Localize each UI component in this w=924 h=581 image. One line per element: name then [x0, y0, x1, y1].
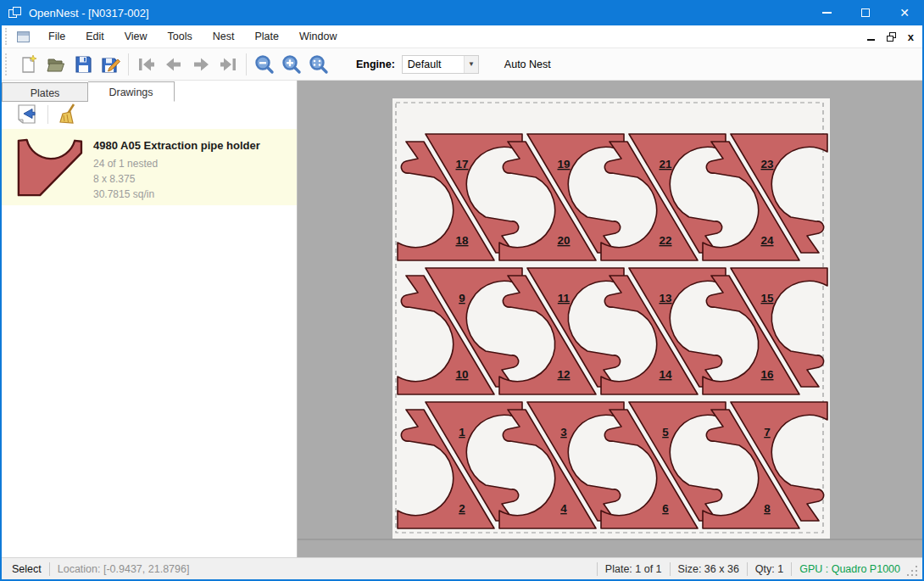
zoom-in-button[interactable] [278, 51, 305, 78]
tab-drawings[interactable]: Drawings [88, 81, 175, 102]
chevron-down-icon: ▼ [464, 56, 478, 73]
go-first-button[interactable] [133, 51, 160, 78]
go-previous-icon [163, 54, 185, 75]
part-thumbnail [8, 134, 86, 200]
go-previous-button[interactable] [160, 51, 187, 78]
zoom-out-icon [253, 53, 276, 75]
status-separator [791, 562, 792, 576]
part-number-label: 7 [764, 426, 771, 439]
part-number-label: 5 [662, 426, 669, 439]
title-bar: OpenNest - [N0317-002] ✕ [0, 0, 924, 25]
part-area: 30.7815 sq/in [93, 187, 260, 202]
go-next-button[interactable] [187, 51, 214, 78]
go-first-icon [136, 54, 158, 75]
part-number-label: 20 [557, 234, 570, 247]
status-separator [747, 562, 748, 576]
menu-item-tools[interactable]: Tools [158, 26, 203, 47]
go-last-icon [217, 54, 239, 75]
nest-canvas[interactable]: 171819202122232491011121314151612345678 [298, 81, 922, 557]
part-number-label: 21 [659, 158, 672, 170]
part-number-label: 18 [455, 234, 469, 247]
status-gpu: GPU : Quadro P1000 [799, 563, 900, 575]
save-as-icon [100, 54, 120, 75]
part-number-label: 24 [760, 234, 774, 247]
part-number-label: 6 [662, 502, 669, 515]
engine-label: Engine: [356, 59, 395, 70]
resize-grip[interactable] [907, 566, 919, 578]
mdi-restore-icon[interactable] [887, 32, 896, 42]
part-title: 4980 A05 Extraction pipe holder [93, 139, 260, 152]
engine-combobox[interactable]: Default ▼ [402, 55, 479, 74]
menu-item-edit[interactable]: Edit [75, 26, 114, 47]
save-button[interactable] [70, 51, 97, 78]
panel-toolbar-separator [47, 105, 48, 124]
mdi-close-icon[interactable]: x [908, 32, 914, 42]
toolbar-separator [128, 53, 129, 75]
part-number-label: 23 [760, 158, 774, 170]
status-plate: Plate: 1 of 1 [605, 563, 662, 575]
go-last-button[interactable] [214, 51, 242, 78]
part-number-label: 15 [760, 292, 774, 304]
clear-drawings-button[interactable] [55, 101, 82, 128]
toolbar-grip [5, 53, 10, 75]
open-file-icon [46, 54, 66, 75]
mdi-minimize-icon[interactable] [867, 39, 875, 41]
zoom-in-icon [281, 53, 303, 75]
tab-plates[interactable]: Plates [2, 82, 88, 102]
auto-nest-button[interactable]: Auto Nest [498, 54, 558, 75]
left-panel: Plates Drawings [2, 81, 298, 557]
part-number-label: 13 [659, 292, 672, 304]
part-number-label: 3 [560, 426, 567, 439]
part-size: 8 x 8.375 [93, 171, 260, 187]
part-number-label: 19 [557, 158, 570, 170]
drawings-toolbar [2, 102, 297, 127]
status-separator [670, 562, 671, 576]
new-file-icon [19, 54, 39, 75]
menu-item-view[interactable]: View [114, 26, 158, 47]
part-number-label: 17 [455, 158, 468, 170]
part-number-label: 16 [760, 368, 774, 381]
assign-drawing-button[interactable] [14, 101, 41, 128]
zoom-out-button[interactable] [251, 51, 278, 78]
maximize-button[interactable] [846, 0, 885, 25]
status-mode: Select [12, 563, 42, 575]
save-as-button[interactable] [97, 51, 124, 78]
menu-item-file[interactable]: File [38, 26, 75, 47]
engine-combobox-value: Default [403, 56, 464, 73]
minimize-button[interactable] [807, 0, 846, 25]
part-number-label: 10 [455, 368, 468, 381]
menu-item-nest[interactable]: Nest [203, 26, 245, 47]
part-number-label: 9 [459, 292, 465, 304]
save-icon [73, 54, 93, 75]
menu-grip [5, 28, 10, 45]
status-size: Size: 36 x 36 [678, 563, 739, 575]
status-separator [597, 562, 598, 576]
close-button[interactable]: ✕ [885, 0, 924, 25]
app-window: OpenNest - [N0317-002] ✕ FileEditViewToo… [0, 0, 924, 581]
window-title: OpenNest - [N0317-002] [29, 7, 149, 20]
part-nested-count: 24 of 1 nested [93, 156, 260, 171]
part-number-label: 11 [558, 292, 571, 304]
drawing-list-item[interactable]: 4980 A05 Extraction pipe holder 24 of 1 … [2, 129, 297, 205]
open-file-button[interactable] [42, 51, 70, 78]
assign-drawing-icon [17, 103, 37, 126]
zoom-fit-button[interactable] [305, 51, 332, 78]
go-next-icon [190, 54, 212, 75]
part-number-label: 22 [659, 234, 671, 247]
part-number-label: 14 [659, 368, 672, 381]
part-number-label: 8 [764, 502, 771, 515]
part-number-label: 4 [560, 502, 567, 515]
status-qty: Qty: 1 [755, 563, 783, 575]
status-location: Location: [-0.9437, 21.8796] [58, 563, 190, 575]
menu-item-window[interactable]: Window [289, 26, 347, 47]
nest-drawing: 171819202122232491011121314151612345678 [298, 81, 922, 557]
status-separator [49, 562, 50, 576]
part-number-label: 12 [557, 368, 570, 381]
broom-icon [58, 103, 79, 126]
part-number-label: 2 [459, 502, 465, 515]
mdi-document-icon[interactable] [17, 31, 30, 42]
menu-bar: FileEditViewToolsNestPlateWindow x [2, 25, 922, 48]
menu-item-plate[interactable]: Plate [244, 26, 289, 47]
new-file-button[interactable] [15, 51, 42, 78]
part-number-label: 1 [459, 426, 465, 439]
